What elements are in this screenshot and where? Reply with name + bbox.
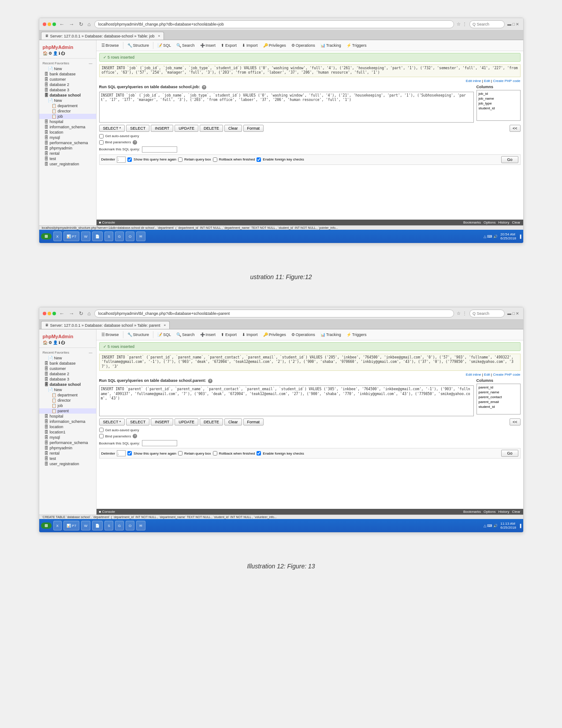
forward-button-1[interactable]: → <box>68 21 75 27</box>
column-parent_student_id[interactable]: student_id <box>478 404 519 409</box>
bookmarks-link-1[interactable]: Bookmarks <box>463 220 481 224</box>
create-php-link-2[interactable]: Create PHP code <box>493 373 520 377</box>
sidebar2-item-location[interactable]: 🗄 location <box>39 424 96 429</box>
bookmark-input-1[interactable] <box>142 146 177 153</box>
sidebar-item-job[interactable]: 📋 job <box>39 114 96 119</box>
delimiter-input-2[interactable] <box>117 450 126 456</box>
sidebar-item-director[interactable]: 📋 director <box>39 108 96 114</box>
query-box-2[interactable]: INSERT INTO `parent` (`parent_id`, `pare… <box>99 385 474 416</box>
sidebar-item-phpmyadmin[interactable]: 🗄 phpmyadmin <box>39 146 96 151</box>
sidebar2-item-dbschool[interactable]: 🗄 database school <box>39 382 96 387</box>
column-job_type[interactable]: job_type <box>478 101 519 106</box>
close-dot-2[interactable] <box>43 312 46 315</box>
operations-button-2[interactable]: ⚙ Operations <box>289 332 317 338</box>
back-button-1[interactable]: ← <box>59 21 66 27</box>
foreign-keys-checkbox-2[interactable] <box>257 451 261 455</box>
main-tab-1[interactable]: 🖥 Server: 127.0.0.1 » Database: database… <box>41 32 164 40</box>
taskbar-show-desktop-1[interactable]: ▐ <box>519 235 521 239</box>
bookmarks-link-2[interactable]: Bookmarks <box>463 510 481 514</box>
sidebar2-item-infoschema[interactable]: 🗄 information_schema <box>39 419 96 424</box>
home-icon-2[interactable]: 🏠 <box>43 340 48 345</box>
clear-link-2[interactable]: Clear <box>512 510 520 514</box>
go-button-2[interactable]: Go <box>501 450 518 457</box>
sidebar-item-infoschema[interactable]: 🗄 information_schema <box>39 124 96 130</box>
main-tab-2[interactable]: 🖥 Server: 127.0.0.1 » Database: database… <box>41 321 170 329</box>
sql-button-2[interactable]: 📝 SQL <box>155 332 173 338</box>
refresh-button-1[interactable]: ↻ <box>78 21 84 27</box>
sidebar-item-db2[interactable]: 🗄 database 2 <box>39 82 96 87</box>
sidebar2-item-rental[interactable]: 🗄 rental <box>39 451 96 456</box>
privileges-button-1[interactable]: 🔑 Privileges <box>261 42 288 49</box>
history-link-1[interactable]: History <box>498 220 509 224</box>
sidebar-item-dbschool[interactable]: 🗄 database school <box>39 93 96 98</box>
clear-link-1[interactable]: Clear <box>512 220 520 224</box>
select-star-button-2[interactable]: SELECT * <box>99 418 125 426</box>
rollback-checkbox-2[interactable] <box>213 451 217 455</box>
insert-button-1[interactable]: ➕ Insert <box>198 42 218 49</box>
select-button-2[interactable]: SELECT <box>126 418 149 426</box>
query-help-icon-1[interactable]: ? <box>202 85 206 90</box>
sidebar2-item-new-school[interactable]: 📄 New <box>39 387 96 392</box>
bind-params-help-icon-2[interactable]: ? <box>133 434 137 438</box>
tab-close-1[interactable]: × <box>158 34 160 38</box>
taskbar-item-word-1[interactable]: W <box>81 231 91 241</box>
forward-button-2[interactable]: → <box>68 310 75 317</box>
maximize-dot-2[interactable] <box>52 312 56 315</box>
delete-button-1[interactable]: DELETE <box>200 125 223 132</box>
select-star-button-1[interactable]: SELECT * <box>99 125 125 132</box>
chevron-button-1[interactable]: << <box>510 125 521 132</box>
bind-params-checkbox-2[interactable] <box>99 434 104 438</box>
sidebar-item-new-1[interactable]: 📄 New <box>39 66 96 71</box>
retain-query-checkbox-2[interactable] <box>178 451 182 455</box>
taskbar-item-mail-1[interactable]: ✉ <box>136 231 145 241</box>
sidebar2-item-userreg[interactable]: 🗄 user_registration <box>39 461 96 467</box>
taskbar2-item-word[interactable]: W <box>81 521 91 530</box>
go-button-1[interactable]: Go <box>501 156 518 163</box>
sidebar2-item-hospital[interactable]: 🗄 hospital <box>39 414 96 419</box>
column-parent_id[interactable]: parent_id <box>478 385 519 390</box>
edit-inline-link-2[interactable]: Edit inline <box>466 373 481 377</box>
maximize-dot-1[interactable] <box>52 22 56 26</box>
info-icon-1[interactable]: ℹ <box>59 51 60 56</box>
sidebar2-item-mysql[interactable]: 🗄 mysql <box>39 435 96 440</box>
delimiter-input-1[interactable] <box>117 157 126 163</box>
exit-icon-2[interactable]: ⏻ <box>61 340 65 345</box>
sidebar2-item-bank[interactable]: 🗄 bank database <box>39 361 96 366</box>
retain-query-checkbox-1[interactable] <box>178 157 182 162</box>
show-again-checkbox-2[interactable] <box>127 451 132 455</box>
sidebar-item-perfschema[interactable]: 🗄 performance_schema <box>39 140 96 146</box>
chevron-button-2[interactable]: << <box>510 418 521 426</box>
export-button-2[interactable]: ⬆ Export <box>219 332 239 338</box>
select-button-1[interactable]: SELECT <box>126 125 149 132</box>
sidebar2-item-job[interactable]: 📋 job <box>39 403 96 408</box>
foreign-keys-checkbox-1[interactable] <box>257 157 261 162</box>
edit-link-1[interactable]: Edit <box>484 79 491 83</box>
sidebar-item-hospital[interactable]: 🗄 hospital <box>39 119 96 124</box>
column-job_name[interactable]: job_name <box>478 96 519 101</box>
sidebar2-item-test[interactable]: 🗄 test <box>39 456 96 461</box>
browser-search-1[interactable] <box>469 20 505 28</box>
taskbar-item-x-1[interactable]: X <box>53 231 62 241</box>
sidebar-toggle-2[interactable]: — <box>89 351 93 355</box>
triggers-button-2[interactable]: ⚡ Triggers <box>344 332 369 338</box>
sidebar-item-dept[interactable]: 📋 department <box>39 103 96 108</box>
minimize-dot-2[interactable] <box>48 312 51 315</box>
taskbar2-item-blank[interactable]: 📄 <box>92 521 103 530</box>
sql-button-1[interactable]: 📝 SQL <box>155 42 173 49</box>
structure-button-1[interactable]: 🔧 Structure <box>125 42 152 49</box>
column-parent_email[interactable]: parent_email <box>478 399 519 404</box>
taskbar-item-s-1[interactable]: S <box>104 231 113 241</box>
taskbar2-item-o[interactable]: O <box>126 521 134 530</box>
edit-link-2[interactable]: Edit <box>484 373 491 377</box>
tab-close-2[interactable]: × <box>164 323 166 327</box>
taskbar2-item-x[interactable]: X <box>53 521 62 530</box>
update-button-2[interactable]: UPDATE <box>175 418 198 426</box>
url-bar-2[interactable] <box>94 310 454 317</box>
settings-icon-1[interactable]: ⚙ <box>48 51 52 56</box>
operations-button-1[interactable]: ⚙ Operations <box>289 42 317 49</box>
refresh-button-2[interactable]: ↻ <box>78 310 84 317</box>
browse-button-1[interactable]: ☰ Browse <box>99 42 121 49</box>
column-parent_contact[interactable]: parent_contact <box>478 395 519 399</box>
sidebar-item-rental[interactable]: 🗄 rental <box>39 151 96 156</box>
back-button-2[interactable]: ← <box>59 310 66 317</box>
